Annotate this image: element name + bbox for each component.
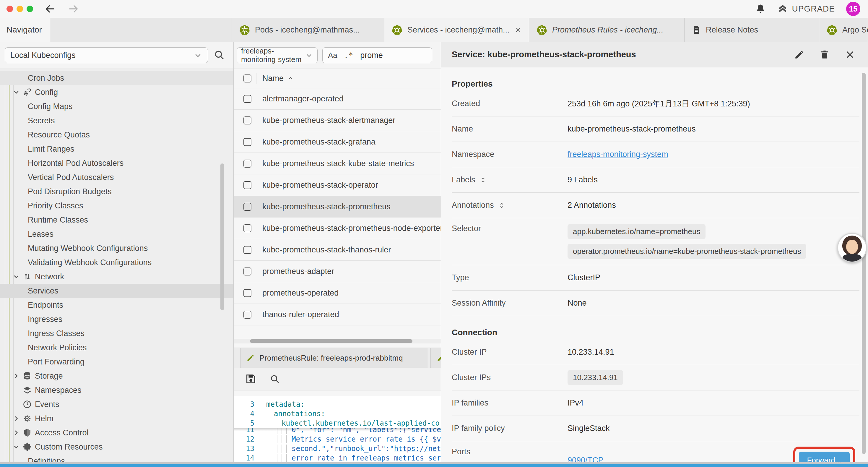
scrollbar-thumb[interactable] xyxy=(250,339,412,343)
sidebar-item-namespaces[interactable]: Namespaces xyxy=(0,383,234,397)
detail-title: Service: kube-prometheus-stack-prometheu… xyxy=(452,50,636,59)
editor-search-icon[interactable] xyxy=(270,374,280,384)
tab-services-icecheng-math[interactable]: Services - icecheng@math... xyxy=(384,18,529,42)
sidebar-item-services[interactable]: Services xyxy=(0,284,234,298)
tab-argo-se[interactable]: Argo Se xyxy=(819,18,868,42)
sidebar-item-access-control[interactable]: Access Control xyxy=(0,426,234,440)
close-window-button[interactable] xyxy=(6,6,13,12)
table-row-prometheus-adapter[interactable]: prometheus-adapter xyxy=(234,261,441,282)
sort-toggle-icon[interactable] xyxy=(498,202,505,209)
tree-chevron-cell[interactable] xyxy=(12,415,23,422)
user-avatar[interactable] xyxy=(837,233,867,262)
namespace-link[interactable]: freeleaps-monitoring-system xyxy=(567,150,668,159)
table-row-kube-prometheus-stack-operator[interactable]: kube-prometheus-stack-operator xyxy=(234,174,441,196)
sidebar-item-runtime-classes[interactable]: Runtime Classes xyxy=(0,213,234,227)
detail-scrollbar[interactable] xyxy=(862,73,866,454)
tab-prometheus-rules-icecheng[interactable]: Prometheus Rules - icecheng... xyxy=(529,18,684,42)
navigator-panel-tab[interactable]: Navigator xyxy=(0,18,50,42)
close-icon[interactable] xyxy=(845,50,855,60)
table-row-kube-prometheus-stack-grafana[interactable]: kube-prometheus-stack-grafana xyxy=(234,131,441,153)
editor-line-3: 3metadata: xyxy=(234,400,441,409)
sidebar-item-secrets[interactable]: Secrets xyxy=(0,114,234,128)
sidebar-item-validating-webhook-configurations[interactable]: Validating Webhook Configurations xyxy=(0,255,234,269)
minimize-window-button[interactable] xyxy=(17,6,23,12)
regex-toggle[interactable]: .* xyxy=(344,51,353,60)
edit-pencil-icon[interactable] xyxy=(794,50,804,60)
row-checkbox[interactable] xyxy=(243,181,251,189)
table-row-thanos-ruler-operated[interactable]: thanos-ruler-operated xyxy=(234,304,441,325)
yaml-editor[interactable]: 3metadata:4annotations:5kubectl.kubernet… xyxy=(234,396,441,463)
name-column-header[interactable]: Name xyxy=(262,74,284,83)
sidebar-item-limit-ranges[interactable]: Limit Ranges xyxy=(0,142,234,156)
tree-chevron-cell[interactable] xyxy=(12,372,23,380)
table-row-alertmanager-operated[interactable]: alertmanager-operated xyxy=(234,88,441,110)
sidebar-item-config[interactable]: Config xyxy=(0,85,234,99)
table-row-kube-prometheus-stack-prometheus[interactable]: kube-prometheus-stack-prometheus xyxy=(234,196,441,217)
sidebar-item-storage[interactable]: Storage xyxy=(0,369,234,383)
tree-chevron-cell[interactable] xyxy=(12,429,23,437)
row-checkbox[interactable] xyxy=(243,246,251,254)
sidebar-item-endpoints[interactable]: Endpoints xyxy=(0,298,234,312)
table-row-kube-prometheus-stack-alertmanager[interactable]: kube-prometheus-stack-alertmanager xyxy=(234,110,441,131)
sidebar-item-priority-classes[interactable]: Priority Classes xyxy=(0,199,234,213)
editor-tab-partial[interactable] xyxy=(430,348,441,368)
row-checkbox[interactable] xyxy=(243,267,251,275)
notifications-bell-icon[interactable] xyxy=(755,3,766,14)
name-filter-box[interactable]: Aa .* xyxy=(322,47,432,63)
tree-chevron-cell[interactable] xyxy=(12,273,23,281)
delete-trash-icon[interactable] xyxy=(819,50,830,60)
tree-chevron-cell[interactable] xyxy=(12,88,23,96)
editor-toolbar xyxy=(234,368,441,390)
row-checkbox[interactable] xyxy=(243,138,251,146)
sidebar-item-network[interactable]: Network xyxy=(0,269,234,284)
save-icon[interactable] xyxy=(245,373,257,385)
sidebar-item-events[interactable]: Events xyxy=(0,397,234,411)
sidebar-item-ingress-classes[interactable]: Ingress Classes xyxy=(0,326,234,341)
table-row-kube-prometheus-stack-kube-state-metrics[interactable]: kube-prometheus-stack-kube-state-metrics xyxy=(234,153,441,174)
sidebar-item-network-policies[interactable]: Network Policies xyxy=(0,341,234,355)
sort-toggle-icon[interactable] xyxy=(479,176,487,183)
row-checkbox[interactable] xyxy=(243,203,251,211)
row-checkbox[interactable] xyxy=(243,95,251,103)
close-tab-icon[interactable] xyxy=(514,26,522,34)
table-row-kube-prometheus-stack-prometheus-node-exporter[interactable]: kube-prometheus-stack-prometheus-node-ex… xyxy=(234,217,441,239)
row-checkbox[interactable] xyxy=(243,159,251,168)
sidebar-item-ingresses[interactable]: Ingresses xyxy=(0,312,234,326)
notification-count-badge[interactable]: 15 xyxy=(846,2,860,16)
sidebar-item-cron-jobs[interactable]: Cron Jobs xyxy=(0,71,234,85)
sidebar-item-port-forwarding[interactable]: Port Forwarding xyxy=(0,355,234,369)
table-row-prometheus-operated[interactable]: prometheus-operated xyxy=(234,282,441,304)
sidebar-item-leases[interactable]: Leases xyxy=(0,227,234,241)
maximize-window-button[interactable] xyxy=(27,6,33,12)
table-row-kube-prometheus-stack-thanos-ruler[interactable]: kube-prometheus-stack-thanos-ruler xyxy=(234,239,441,261)
back-icon[interactable] xyxy=(44,3,56,15)
forward-icon[interactable] xyxy=(67,3,79,15)
sort-ascending-icon[interactable] xyxy=(287,75,294,82)
sidebar-item-helm[interactable]: Helm xyxy=(0,411,234,426)
row-checkbox[interactable] xyxy=(243,116,251,124)
row-checkbox[interactable] xyxy=(243,311,251,319)
sidebar-item-pod-disruption-budgets[interactable]: Pod Disruption Budgets xyxy=(0,184,234,199)
row-checkbox[interactable] xyxy=(243,224,251,232)
namespace-select[interactable]: freeleaps-monitoring-system xyxy=(237,47,318,63)
editor-tab-prometheusrule[interactable]: PrometheusRule: freeleaps-prod-rabbitmq xyxy=(240,348,428,368)
sidebar-item-resource-quotas[interactable]: Resource Quotas xyxy=(0,128,234,142)
sidebar-item-config-maps[interactable]: Config Maps xyxy=(0,99,234,114)
match-case-toggle[interactable]: Aa xyxy=(328,51,337,60)
upgrade-button[interactable]: UPGRADE xyxy=(777,4,835,14)
tab-pods-icecheng-mathmas[interactable]: Pods - icecheng@mathmas... xyxy=(231,18,384,42)
sidebar-scrollbar[interactable] xyxy=(220,164,224,310)
sidebar-item-vertical-pod-autoscalers[interactable]: Vertical Pod Autoscalers xyxy=(0,170,234,184)
sidebar-item-horizontal-pod-autoscalers[interactable]: Horizontal Pod Autoscalers xyxy=(0,156,234,170)
sidebar-item-mutating-webhook-configurations[interactable]: Mutating Webhook Configurations xyxy=(0,241,234,255)
filter-input[interactable] xyxy=(360,51,408,60)
sidebar-item-custom-resources[interactable]: Custom Resources xyxy=(0,440,234,454)
kubeconfig-select[interactable]: Local Kubeconfigs xyxy=(5,47,208,63)
tree-chevron-cell[interactable] xyxy=(12,443,23,451)
select-all-checkbox[interactable] xyxy=(243,75,251,83)
search-icon[interactable] xyxy=(213,49,225,61)
row-checkbox[interactable] xyxy=(243,289,251,297)
resource-tree: Cron JobsConfigConfig MapsSecretsResourc… xyxy=(0,71,234,467)
tab-release-notes[interactable]: Release Notes xyxy=(684,18,819,42)
table-horizontal-scrollbar[interactable] xyxy=(234,339,441,344)
